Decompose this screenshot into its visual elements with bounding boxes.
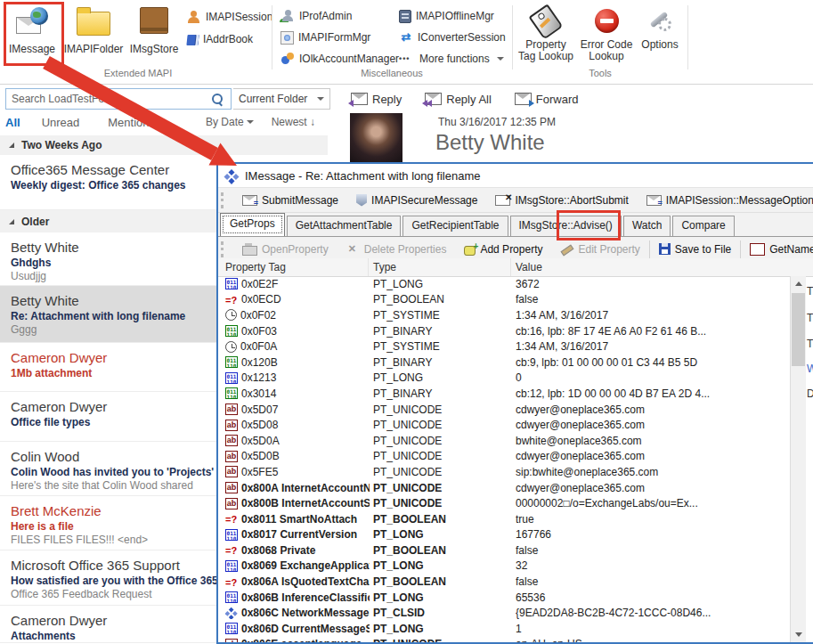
accounts-icon [280,52,295,66]
scroll-down-button[interactable] [791,627,806,642]
wrench-icon [647,8,672,33]
ribbon-button-error-code-lookup[interactable]: Error Code Lookup [579,4,634,62]
property-row[interactable]: 0x800A InternetAccountName PT_UNICODE cd… [218,480,784,496]
toolbar-grip[interactable] [221,192,228,208]
tab-getprops[interactable]: GetProps [220,213,285,236]
property-type: PT_UNICODE [373,419,507,431]
column-header-property-tag[interactable]: Property Tag [225,261,286,273]
property-type-icon [225,420,238,431]
ti-x-icon [346,244,360,255]
ribbon-button-iolkaccountmanager[interactable]: IOlkAccountManager [280,51,399,67]
scroll-up-button[interactable] [791,276,806,291]
tab-imsgstore-advise-[interactable]: IMsgStore::Advise() [510,216,622,236]
property-type-icon [225,356,238,368]
property-type: PT_UNICODE [373,450,507,462]
tab-mentions[interactable]: Mentions [108,116,155,129]
mail-group-header-two-weeks-ago[interactable]: Two Weeks Ago [0,135,328,155]
property-tag: 0x806B InferenceClassificatio... [241,591,370,604]
column-header-value[interactable]: Value [516,261,542,273]
property-row[interactable]: 0x3014 PT_BINARY cb:12, lpb: 1D 00 00 00… [218,386,784,402]
property-row[interactable]: 0x8068 Private PT_BOOLEAN false [218,542,784,558]
property-tag: 0x5FE5 [241,466,278,478]
ribbon-button-iconvertersession[interactable]: ⇄IConverterSession [399,29,506,45]
ribbon-item-label: IProfAdmin [299,10,352,22]
sort-order-newest[interactable]: Newest ↓ [272,116,315,128]
tab-watch[interactable]: Watch [623,216,671,236]
forward-button[interactable]: Forward [515,93,579,106]
property-value: false [516,544,782,557]
ribbon-button-more-functions[interactable]: •••More functions [399,51,504,67]
toolbar-button[interactable]: IMAPISession::MessageOptions() [638,190,813,211]
toolbar-grip[interactable] [221,241,228,257]
property-type-icon [225,591,238,603]
property-row[interactable]: 0x806D CurrentMessageSafet... PT_LONG 1 [218,621,784,637]
ribbon-button-imapiofflinemgr[interactable]: IMAPIOfflineMgr [399,8,494,24]
property-type: PT_UNICODE [373,404,507,416]
toolbar-button[interactable]: IMAPISecureMessage [347,190,486,211]
property-type-icon [225,623,238,634]
property-row[interactable]: 0x806E acceptlanguage PT_UNICODE en-AU, … [218,637,784,642]
dialog-title-bar[interactable]: IMessage - Re: Attachment with long file… [218,164,813,188]
property-tag: 0x0F0A [240,340,277,353]
property-row[interactable]: 0x806A IsQuotedTextChanged PT_BOOLEAN fa… [218,574,784,590]
tab-unread[interactable]: Unread [42,116,80,129]
property-value: 167766 [516,528,782,541]
search-scope-dropdown[interactable]: Current Folder [233,88,330,110]
ribbon-button-imapisession[interactable]: IMAPISession [187,9,272,25]
ribbon-button-imessage[interactable]: IMessage [7,4,57,55]
ribbon-button-property-tag-lookup[interactable]: Property Tag Lookup [516,4,575,62]
ribbon-button-imsgstore[interactable]: IMsgStore [128,4,180,55]
property-row[interactable]: 0x120B PT_BINARY cb:9, lpb: 01 00 00 00 … [218,355,784,371]
property-row[interactable]: 0x5D0B PT_UNICODE cdwyer@oneplace365.com [218,449,784,465]
toolbar-button[interactable]: GetNamesFromIDs() [741,239,813,260]
property-type-icon [225,513,238,525]
tab-getrecipienttable[interactable]: GetRecipientTable [402,216,508,236]
ribbon-button-imapifolder[interactable]: IMAPIFolder [62,4,125,55]
property-type-icon [225,451,238,462]
property-row[interactable]: 0x5D07 PT_UNICODE cdwyer@oneplace365.com [218,402,784,418]
column-header-type[interactable]: Type [373,261,396,273]
property-row[interactable]: 0x800B InternetAccountStamp PT_UNICODE 0… [218,495,784,511]
ribbon-item-label: IMAPISession [206,11,272,23]
property-row[interactable]: 0x0F02 PT_SYSTIME 1:34 AM, 3/16/2017 [218,307,784,323]
reply-all-button[interactable]: Reply All [425,93,492,106]
sort-by-date[interactable]: By Date [206,116,254,128]
ribbon-button-options[interactable]: Options [636,4,684,51]
ribbon-button-iprofadmin[interactable]: IProfAdmin [280,8,352,24]
vertical-scrollbar[interactable] [790,276,806,642]
toolbar-button[interactable]: SubmitMessage [233,190,347,211]
tab-getattachmenttable[interactable]: GetAttachmentTable [287,216,402,236]
property-row[interactable]: 0x5D0A PT_UNICODE bwhite@oneplace365.com [218,433,784,449]
property-tag: 0x1213 [241,371,276,384]
search-box[interactable] [5,88,232,110]
property-row[interactable]: 0x806C NetworkMessageId PT_CLSID {9EAD2D… [218,605,784,621]
person-clock-icon [187,10,201,24]
property-row[interactable]: 0x8069 ExchangeApplicationFl... PT_LONG … [218,558,784,575]
property-row[interactable]: 0x806B InferenceClassificatio... PT_LONG… [218,590,784,606]
search-icon[interactable] [211,93,224,105]
property-row[interactable]: 0x5D08 PT_UNICODE cdwyer@oneplace365.com [218,417,784,433]
ribbon-button-imapiformmgr[interactable]: IMAPIFormMgr [280,29,370,45]
scrollbar-thumb[interactable] [792,293,805,366]
reply-button[interactable]: Reply [351,93,402,106]
property-row[interactable]: 0x1213 PT_LONG 0 [218,371,784,387]
property-row[interactable]: 0x0F0A PT_SYSTIME 1:34 AM, 3/16/2017 [218,338,784,355]
toolbar-button[interactable]: Save to File [650,239,740,260]
tab-compare[interactable]: Compare [672,216,734,236]
property-type-icon [225,387,238,399]
property-row[interactable]: 0x0F03 PT_BINARY cb:16, lpb: 8F 17 4E A6… [218,323,784,339]
property-row[interactable]: 0x5FE5 PT_UNICODE sip:bwhite@oneplace365… [218,464,784,480]
property-row[interactable]: 0x8017 CurrentVersion PT_LONG 167766 [218,527,784,543]
property-row[interactable]: 0x0ECD PT_BOOLEAN false [218,292,784,308]
property-tag: 0x800A InternetAccountName [241,482,370,494]
toolbar-button[interactable]: Add Property [455,239,551,260]
property-type-icon [225,325,238,337]
ribbon-button-iaddrbook[interactable]: IAddrBook [187,31,253,47]
property-row[interactable]: 0x8011 SmartNoAttach PT_BOOLEAN true [218,511,784,527]
toolbar-button[interactable]: IMsgStore::AbortSubmit [486,190,637,211]
imessage-icon [16,7,48,34]
search-input[interactable] [6,93,211,105]
group-separator [272,5,272,69]
property-row[interactable]: 0x0E2F PT_LONG 3672 [218,276,784,292]
tab-all[interactable]: All [5,116,20,129]
